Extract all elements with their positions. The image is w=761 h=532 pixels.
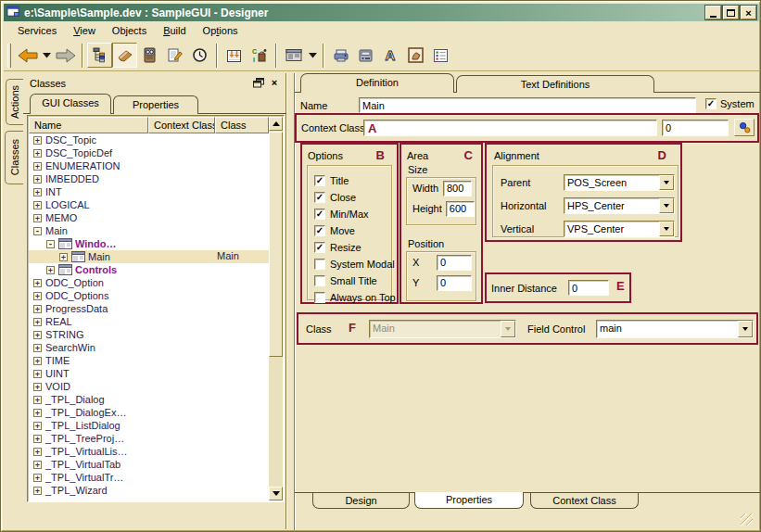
toolbar-edit-document-button[interactable]	[162, 43, 187, 68]
checkbox-min-max[interactable]: Min/Max	[308, 206, 391, 222]
context-class-input[interactable]	[364, 120, 656, 135]
tree-item-tpl-dialog[interactable]: +_TPL_Dialog	[29, 393, 269, 406]
expander-icon[interactable]: +	[33, 357, 42, 365]
expander-icon[interactable]: +	[33, 370, 42, 378]
menu-objects[interactable]: Objects	[104, 23, 155, 38]
y-input[interactable]	[438, 276, 471, 290]
system-checkbox[interactable]: System	[705, 98, 755, 109]
tree-item-real[interactable]: +REAL	[29, 315, 269, 328]
width-field[interactable]	[443, 181, 472, 196]
tree-scrollbar[interactable]	[269, 117, 283, 500]
toolbar-printer-button[interactable]	[328, 43, 353, 68]
toolbar-clock-button[interactable]	[187, 43, 212, 68]
tree-item-tpl-listdialog[interactable]: +_TPL_ListDialog	[29, 419, 269, 432]
expander-icon[interactable]: +	[33, 162, 42, 171]
expander-icon[interactable]: +	[33, 279, 42, 287]
toolbar-form-hand-button[interactable]	[403, 43, 428, 68]
menu-view[interactable]: View	[65, 23, 104, 38]
tree-item-tpl-dialogex[interactable]: +_TPL_DialogEx…	[29, 406, 269, 419]
height-input[interactable]	[447, 202, 474, 216]
menu-services[interactable]: Services	[9, 23, 65, 38]
tree-item-main[interactable]: -Main	[29, 224, 269, 237]
expander-icon[interactable]: +	[33, 136, 42, 145]
chevron-down-icon[interactable]	[659, 198, 674, 213]
tab-gui-classes[interactable]: GUI Classes	[30, 94, 111, 114]
context-class-field[interactable]: A	[363, 120, 657, 136]
expander-icon[interactable]: +	[46, 266, 55, 274]
menu-build[interactable]: Build	[155, 23, 194, 38]
tree-item-dsc-topic[interactable]: +DSC_Topic	[29, 133, 269, 146]
expander-icon[interactable]: +	[33, 214, 42, 222]
width-input[interactable]	[444, 182, 471, 196]
tab-design[interactable]: Design	[312, 493, 410, 509]
maximize-button[interactable]	[723, 6, 739, 19]
expander-icon[interactable]: +	[33, 188, 42, 196]
minimize-button[interactable]	[705, 6, 721, 19]
vertical-combo[interactable]: VPS_Center	[564, 221, 675, 237]
expander-icon[interactable]: +	[33, 409, 42, 417]
expander-icon[interactable]: +	[33, 474, 42, 482]
checkbox-resize[interactable]: Resize	[308, 239, 391, 256]
column-header-class[interactable]: Class	[215, 117, 269, 133]
close-button[interactable]: ×	[741, 6, 756, 19]
context-class-picker-button[interactable]	[734, 119, 755, 136]
expander-icon[interactable]: +	[33, 435, 42, 443]
side-tab-actions[interactable]: Actions	[6, 79, 23, 125]
checkbox-title[interactable]: Title	[308, 172, 391, 189]
x-input[interactable]	[438, 256, 471, 270]
expander-icon[interactable]: +	[33, 448, 42, 456]
name-input[interactable]	[360, 98, 695, 112]
checkbox-close[interactable]: Close	[308, 189, 391, 206]
toolbar-class-tree-button[interactable]	[87, 43, 112, 68]
tree-item-odc-option[interactable]: +ODC_Option	[29, 276, 269, 289]
tab-text-definitions[interactable]: Text Definitions	[456, 75, 654, 93]
toolbar-nav-dropdown-button[interactable]	[40, 43, 53, 68]
tree-item-controls[interactable]: +Controls	[29, 263, 269, 276]
toolbar-nav-dropdown-button[interactable]	[306, 43, 319, 68]
toolbar-grip[interactable]	[7, 44, 11, 68]
checkbox-small-title[interactable]: Small Title	[308, 272, 391, 289]
tree-item-dsc-topicdef[interactable]: +DSC_TopicDef	[29, 146, 269, 159]
tree-item-uint[interactable]: +UINT	[29, 367, 269, 380]
toolbar-library-button[interactable]	[137, 43, 162, 68]
expander-icon[interactable]: +	[33, 344, 42, 352]
tree-item-memo[interactable]: +MEMO	[29, 211, 269, 224]
expander-icon[interactable]: +	[33, 383, 42, 391]
inner-distance-input[interactable]	[569, 281, 608, 295]
menu-options[interactable]: Options	[195, 23, 247, 38]
checkbox-move[interactable]: Move	[308, 222, 391, 239]
tab-context-class[interactable]: Context Class	[530, 493, 639, 509]
toolbar-import-data-button[interactable]	[222, 43, 247, 68]
column-header-context-class[interactable]: Context Class	[148, 117, 215, 133]
inner-distance-field[interactable]	[568, 280, 609, 296]
toolbar-nav-back-button[interactable]	[15, 43, 40, 68]
toolbar-window-list-button[interactable]	[281, 43, 306, 68]
expander-icon[interactable]: +	[33, 461, 42, 469]
scroll-up-button[interactable]	[269, 117, 283, 131]
parent-combo[interactable]: POS_Screen	[564, 174, 675, 191]
resize-grip[interactable]	[741, 513, 753, 526]
tree-item-main[interactable]: +MainMain	[29, 250, 269, 263]
tree-item-void[interactable]: +VOID	[29, 380, 269, 393]
expander-icon[interactable]: +	[33, 331, 42, 339]
tree-item-logical[interactable]: +LOGICAL	[29, 198, 269, 211]
tree-item-tpl-treeproj[interactable]: +_TPL_TreeProj…	[29, 432, 269, 445]
height-field[interactable]	[446, 201, 475, 217]
expander-icon[interactable]: +	[33, 422, 42, 430]
side-tab-classes[interactable]: Classes	[5, 131, 23, 184]
tree-item-windo[interactable]: -Windo…	[29, 237, 269, 250]
titlebar[interactable]: e:\Sample\Sample.dev : SampleGUI - Desig…	[4, 4, 759, 21]
tab-definition[interactable]: Definition	[300, 73, 454, 93]
tree-item-int[interactable]: +INT	[29, 185, 269, 198]
toolbar-class-interface-button[interactable]: CI	[247, 43, 272, 68]
expander-icon[interactable]: -	[33, 227, 42, 235]
toolbar-font-button[interactable]: A	[378, 43, 403, 68]
name-field[interactable]	[359, 97, 696, 113]
float-panel-button[interactable]	[252, 77, 265, 89]
tree-item-tpl-wizard[interactable]: +_TPL_Wizard	[29, 484, 269, 497]
expander-icon[interactable]: +	[33, 305, 42, 313]
context-class-index-field[interactable]	[662, 120, 729, 136]
tab-properties-left[interactable]: Properties	[113, 95, 198, 114]
tab-properties-bottom[interactable]: Properties	[414, 492, 524, 509]
tree-item-tpl-virtuallis[interactable]: +_TPL_VirtualLis…	[29, 445, 269, 458]
